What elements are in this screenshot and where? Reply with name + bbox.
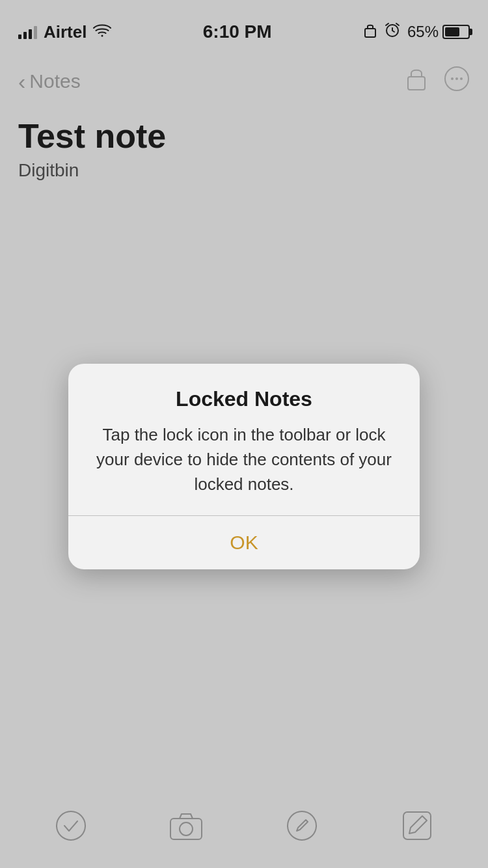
dialog-actions: OK (68, 516, 420, 569)
dialog-body: Locked Notes Tap the lock icon in the to… (68, 364, 420, 515)
dialog-message: Tap the lock icon in the toolbar or lock… (94, 423, 394, 496)
locked-notes-dialog: Locked Notes Tap the lock icon in the to… (68, 364, 420, 569)
dialog-overlay: Locked Notes Tap the lock icon in the to… (0, 0, 488, 868)
dialog-title: Locked Notes (94, 387, 394, 411)
ok-button[interactable]: OK (68, 516, 420, 569)
